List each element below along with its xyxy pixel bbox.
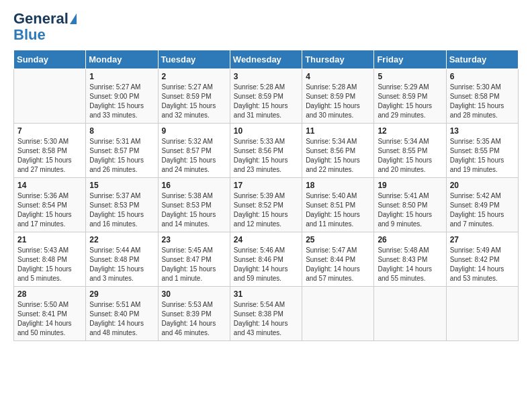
calendar-cell [14, 69, 86, 124]
day-info: Sunrise: 5:42 AM Sunset: 8:49 PM Dayligh… [450, 191, 515, 229]
calendar-cell: 4Sunrise: 5:28 AM Sunset: 8:59 PM Daylig… [302, 69, 374, 124]
calendar-cell: 25Sunrise: 5:47 AM Sunset: 8:44 PM Dayli… [302, 232, 374, 287]
calendar-cell [302, 287, 374, 341]
day-number: 30 [162, 289, 226, 299]
day-info: Sunrise: 5:27 AM Sunset: 8:59 PM Dayligh… [162, 83, 226, 120]
page-header: General Blue [13, 11, 519, 43]
day-number: 1 [89, 72, 154, 81]
day-info: Sunrise: 5:53 AM Sunset: 8:39 PM Dayligh… [162, 300, 226, 338]
day-number: 13 [450, 126, 515, 136]
col-header-wednesday: Wednesday [230, 50, 302, 69]
logo-text-blue: Blue [13, 27, 46, 43]
calendar-cell: 2Sunrise: 5:27 AM Sunset: 8:59 PM Daylig… [158, 69, 230, 124]
day-number: 9 [162, 126, 226, 136]
calendar-cell: 14Sunrise: 5:36 AM Sunset: 8:54 PM Dayli… [14, 178, 86, 232]
day-number: 16 [162, 181, 226, 190]
day-info: Sunrise: 5:40 AM Sunset: 8:51 PM Dayligh… [306, 191, 370, 229]
day-number: 22 [89, 235, 154, 244]
calendar-cell: 13Sunrise: 5:35 AM Sunset: 8:55 PM Dayli… [446, 124, 518, 178]
week-row-2: 7Sunrise: 5:30 AM Sunset: 8:58 PM Daylig… [14, 124, 519, 178]
calendar-cell: 6Sunrise: 5:30 AM Sunset: 8:58 PM Daylig… [446, 69, 518, 124]
day-info: Sunrise: 5:54 AM Sunset: 8:38 PM Dayligh… [234, 300, 298, 338]
day-number: 26 [378, 235, 442, 244]
day-info: Sunrise: 5:33 AM Sunset: 8:56 PM Dayligh… [234, 137, 298, 175]
week-row-3: 14Sunrise: 5:36 AM Sunset: 8:54 PM Dayli… [14, 178, 519, 232]
calendar-cell: 30Sunrise: 5:53 AM Sunset: 8:39 PM Dayli… [158, 287, 230, 341]
day-info: Sunrise: 5:30 AM Sunset: 8:58 PM Dayligh… [17, 137, 82, 175]
col-header-friday: Friday [374, 50, 446, 69]
calendar-cell: 22Sunrise: 5:44 AM Sunset: 8:48 PM Dayli… [86, 232, 158, 287]
day-info: Sunrise: 5:34 AM Sunset: 8:56 PM Dayligh… [306, 137, 370, 175]
day-number: 7 [17, 126, 82, 136]
calendar-cell [374, 287, 446, 341]
day-info: Sunrise: 5:35 AM Sunset: 8:55 PM Dayligh… [450, 137, 515, 175]
day-number: 15 [89, 181, 154, 190]
col-header-sunday: Sunday [14, 50, 86, 69]
logo: General Blue [13, 11, 77, 43]
calendar-cell [446, 287, 518, 341]
calendar-cell: 10Sunrise: 5:33 AM Sunset: 8:56 PM Dayli… [230, 124, 302, 178]
day-info: Sunrise: 5:27 AM Sunset: 9:00 PM Dayligh… [89, 83, 154, 120]
col-header-saturday: Saturday [446, 50, 518, 69]
calendar-cell: 21Sunrise: 5:43 AM Sunset: 8:48 PM Dayli… [14, 232, 86, 287]
calendar-cell: 7Sunrise: 5:30 AM Sunset: 8:58 PM Daylig… [14, 124, 86, 178]
col-header-tuesday: Tuesday [158, 50, 230, 69]
calendar-cell: 23Sunrise: 5:45 AM Sunset: 8:47 PM Dayli… [158, 232, 230, 287]
calendar-cell: 31Sunrise: 5:54 AM Sunset: 8:38 PM Dayli… [230, 287, 302, 341]
day-info: Sunrise: 5:46 AM Sunset: 8:46 PM Dayligh… [234, 246, 298, 283]
day-number: 28 [17, 289, 82, 299]
day-info: Sunrise: 5:50 AM Sunset: 8:41 PM Dayligh… [17, 300, 82, 338]
day-info: Sunrise: 5:43 AM Sunset: 8:48 PM Dayligh… [17, 246, 82, 283]
week-row-4: 21Sunrise: 5:43 AM Sunset: 8:48 PM Dayli… [14, 232, 519, 287]
day-number: 23 [162, 235, 226, 244]
day-info: Sunrise: 5:37 AM Sunset: 8:53 PM Dayligh… [89, 191, 154, 229]
day-number: 3 [234, 72, 298, 81]
day-number: 24 [234, 235, 298, 244]
day-number: 12 [378, 126, 442, 136]
day-number: 21 [17, 235, 82, 244]
day-number: 5 [378, 72, 442, 81]
day-info: Sunrise: 5:28 AM Sunset: 8:59 PM Dayligh… [234, 83, 298, 120]
calendar-cell: 27Sunrise: 5:49 AM Sunset: 8:42 PM Dayli… [446, 232, 518, 287]
day-info: Sunrise: 5:51 AM Sunset: 8:40 PM Dayligh… [89, 300, 154, 338]
day-info: Sunrise: 5:45 AM Sunset: 8:47 PM Dayligh… [162, 246, 226, 283]
day-number: 8 [89, 126, 154, 136]
calendar-cell: 20Sunrise: 5:42 AM Sunset: 8:49 PM Dayli… [446, 178, 518, 232]
day-number: 11 [306, 126, 370, 136]
day-info: Sunrise: 5:39 AM Sunset: 8:52 PM Dayligh… [234, 191, 298, 229]
day-number: 18 [306, 181, 370, 190]
logo-text-general: General [13, 11, 69, 27]
day-info: Sunrise: 5:38 AM Sunset: 8:53 PM Dayligh… [162, 191, 226, 229]
calendar-cell: 9Sunrise: 5:32 AM Sunset: 8:57 PM Daylig… [158, 124, 230, 178]
col-header-thursday: Thursday [302, 50, 374, 69]
day-info: Sunrise: 5:47 AM Sunset: 8:44 PM Dayligh… [306, 246, 370, 283]
col-header-monday: Monday [86, 50, 158, 69]
day-number: 19 [378, 181, 442, 190]
calendar-cell: 18Sunrise: 5:40 AM Sunset: 8:51 PM Dayli… [302, 178, 374, 232]
calendar-cell: 17Sunrise: 5:39 AM Sunset: 8:52 PM Dayli… [230, 178, 302, 232]
day-info: Sunrise: 5:28 AM Sunset: 8:59 PM Dayligh… [306, 83, 370, 120]
day-number: 25 [306, 235, 370, 244]
calendar-cell: 5Sunrise: 5:29 AM Sunset: 8:59 PM Daylig… [374, 69, 446, 124]
day-number: 4 [306, 72, 370, 81]
day-info: Sunrise: 5:44 AM Sunset: 8:48 PM Dayligh… [89, 246, 154, 283]
day-number: 31 [234, 289, 298, 299]
calendar-cell: 29Sunrise: 5:51 AM Sunset: 8:40 PM Dayli… [86, 287, 158, 341]
day-number: 14 [17, 181, 82, 190]
day-info: Sunrise: 5:31 AM Sunset: 8:57 PM Dayligh… [89, 137, 154, 175]
day-number: 10 [234, 126, 298, 136]
day-info: Sunrise: 5:36 AM Sunset: 8:54 PM Dayligh… [17, 191, 82, 229]
day-number: 29 [89, 289, 154, 299]
calendar-cell: 26Sunrise: 5:48 AM Sunset: 8:43 PM Dayli… [374, 232, 446, 287]
week-row-1: 1Sunrise: 5:27 AM Sunset: 9:00 PM Daylig… [14, 69, 519, 124]
day-info: Sunrise: 5:49 AM Sunset: 8:42 PM Dayligh… [450, 246, 515, 283]
day-number: 20 [450, 181, 515, 190]
calendar-table: SundayMondayTuesdayWednesdayThursdayFrid… [13, 50, 519, 341]
calendar-cell: 19Sunrise: 5:41 AM Sunset: 8:50 PM Dayli… [374, 178, 446, 232]
calendar-cell: 16Sunrise: 5:38 AM Sunset: 8:53 PM Dayli… [158, 178, 230, 232]
day-number: 2 [162, 72, 226, 81]
calendar-cell: 1Sunrise: 5:27 AM Sunset: 9:00 PM Daylig… [86, 69, 158, 124]
calendar-cell: 15Sunrise: 5:37 AM Sunset: 8:53 PM Dayli… [86, 178, 158, 232]
day-info: Sunrise: 5:34 AM Sunset: 8:55 PM Dayligh… [378, 137, 442, 175]
logo-triangle-icon [70, 13, 77, 24]
